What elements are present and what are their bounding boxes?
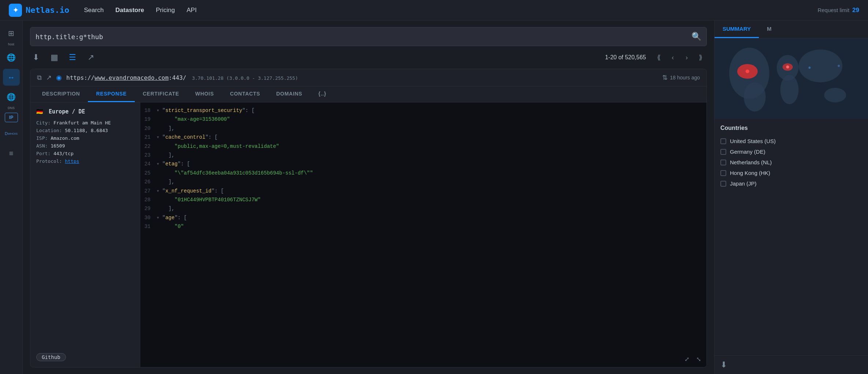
sidebar-item-arrows[interactable]: ↔ <box>3 69 20 86</box>
countries-section: Countries United States (US) Germany (DE… <box>715 119 868 355</box>
right-panel-tabs: SUMMARY M <box>715 20 868 38</box>
left-sidebar: ⊞ host 🌐 ↔ 🌐 DNS IP DWHOIS ≡ <box>0 20 23 374</box>
right-panel: SUMMARY M <box>714 20 868 374</box>
protocol-link[interactable]: https <box>65 158 79 164</box>
map-area <box>715 38 868 119</box>
port-value: 443/tcp <box>53 151 74 156</box>
arrows-icon[interactable]: ↔ <box>3 69 20 86</box>
sidebar-item-ip[interactable]: IP <box>5 113 18 122</box>
city-value: Frankfurt am Main HE <box>53 120 111 126</box>
country-name-hk: Hong Kong (HK) <box>730 170 770 176</box>
code-line-29: 29 ], <box>140 204 706 213</box>
sidebar-item-globe[interactable]: 🌐 <box>3 49 20 66</box>
ip-icon[interactable]: IP <box>5 113 18 122</box>
country-name-jp: Japan (JP) <box>730 180 757 187</box>
rp-tab-m[interactable]: M <box>759 20 780 38</box>
nav-api[interactable]: API <box>186 5 196 15</box>
location-value: 50.1188, 8.6843 <box>65 128 108 133</box>
code-line-25: 25 "\"af54dfc36eeba04a931c053d165b694b-s… <box>140 169 706 177</box>
next-page-button[interactable]: › <box>680 51 693 64</box>
nav-datastore[interactable]: Datastore <box>115 5 144 15</box>
country-checkbox-hk[interactable] <box>720 170 726 176</box>
copy-button[interactable]: ⧉ <box>37 74 42 82</box>
expand-icon[interactable]: ⤢ <box>682 355 691 363</box>
dns-icon[interactable]: 🌐 <box>3 89 20 105</box>
world-map-svg <box>715 38 868 119</box>
globe-icon[interactable]: 🌐 <box>3 49 20 66</box>
barchart-toolbar-icon[interactable]: ▦ <box>48 52 60 63</box>
nav-search[interactable]: Search <box>84 5 104 15</box>
svg-point-5 <box>798 49 842 82</box>
country-checkbox-jp[interactable] <box>720 181 726 187</box>
rp-tab-summary[interactable]: SUMMARY <box>715 20 759 38</box>
tab-certificate[interactable]: CERTIFICATE <box>135 86 187 102</box>
toolbar: ⬇ ▦ ☰ ↗ 1-20 of 520,565 ⟪ ‹ › ⟫ <box>30 51 707 64</box>
country-item-de: Germany (DE) <box>720 146 862 157</box>
tab-response[interactable]: RESPONSE <box>88 86 134 102</box>
list-icon[interactable]: ≡ <box>3 145 20 162</box>
whois-icon[interactable]: DWHOIS <box>3 125 20 142</box>
info-asn: ASN: 16509 <box>36 143 134 149</box>
svg-point-12 <box>838 65 840 67</box>
search-bar: 🔍 <box>30 27 707 46</box>
search-button[interactable]: 🔍 <box>691 32 701 41</box>
sidebar-item-list[interactable]: ≡ <box>3 145 20 162</box>
first-page-button[interactable]: ⟪ <box>653 51 665 64</box>
country-checkbox-us[interactable] <box>720 138 726 144</box>
nav-links: Search Datastore Pricing API <box>84 5 197 15</box>
svg-point-9 <box>746 70 749 73</box>
time-icon: ⇅ <box>662 74 668 82</box>
search-input[interactable] <box>36 33 691 41</box>
tab-description[interactable]: DESCRIPTION <box>34 86 88 102</box>
sidebar-item-dns[interactable]: 🌐 DNS <box>3 89 20 110</box>
url-prefix: https:// <box>66 74 94 81</box>
country-checkbox-nl[interactable] <box>720 160 726 165</box>
status-icon: ◉ <box>56 74 62 82</box>
info-location: Location: 50.1188, 8.6843 <box>36 128 134 133</box>
tab-contacts[interactable]: CONTACTS <box>222 86 268 102</box>
code-line-22: 22 "public,max-age=0,must-revalidate" <box>140 142 706 151</box>
request-limit-area: Request limit 29 <box>817 7 859 14</box>
host-icon[interactable]: ⊞ <box>3 25 20 42</box>
tab-domains[interactable]: DOMAINS <box>268 86 310 102</box>
info-country: 🇩🇪 Europe / DE <box>36 108 134 115</box>
nav-pricing[interactable]: Pricing <box>156 5 175 15</box>
sidebar-item-host[interactable]: ⊞ host <box>3 25 20 46</box>
code-line-26: 26 ], <box>140 177 706 186</box>
result-body: 🇩🇪 Europe / DE City: Frankfurt am Main H… <box>30 102 706 367</box>
last-page-button[interactable]: ⟫ <box>694 51 707 64</box>
list-toolbar-icon[interactable]: ☰ <box>67 52 78 63</box>
result-ip: 3.70.101.28 (3.0.0.0 - 3.127.255.255) <box>192 75 298 81</box>
isp-value: Amazon.com <box>51 135 79 141</box>
main-layout: ⊞ host 🌐 ↔ 🌐 DNS IP DWHOIS ≡ 🔍 <box>0 20 868 374</box>
sidebar-item-whois[interactable]: DWHOIS <box>3 125 20 142</box>
result-tabs: DESCRIPTION RESPONSE CERTIFICATE WHOIS C… <box>30 86 706 102</box>
download-results-button[interactable]: ⬇ <box>720 360 727 370</box>
country-checkbox-de[interactable] <box>720 149 726 155</box>
code-line-24: 24 ▾ "etag": [ <box>140 160 706 168</box>
download-toolbar-icon[interactable]: ⬇ <box>30 52 42 63</box>
tab-json[interactable]: {..} <box>310 86 334 102</box>
url-domain[interactable]: www.evandromacedo.com <box>94 74 168 81</box>
contract-icon[interactable]: ⤡ <box>694 355 703 363</box>
result-timestamp: 18 hours ago <box>670 75 700 81</box>
country-name-us: United States (US) <box>730 138 776 144</box>
code-line-23: 23 ], <box>140 151 706 160</box>
result-header: ⧉ ↗ ◉ https://www.evandromacedo.com:443/… <box>30 69 706 86</box>
open-external-button[interactable]: ↗ <box>46 74 52 82</box>
code-line-28: 28 "01HC449HVPBTP40106TZNCSJ7W" <box>140 195 706 204</box>
code-line-19: 19 "max-age=31536000" <box>140 115 706 124</box>
tag-label[interactable]: Github <box>36 353 66 361</box>
country-item-us: United States (US) <box>720 136 862 146</box>
code-line-21: 21 ▾ "cache_control": [ <box>140 133 706 142</box>
code-line-27: 27 ▾ "x_nf_request_id": [ <box>140 187 706 195</box>
request-limit-label: Request limit <box>817 7 849 13</box>
host-label: host <box>8 42 14 46</box>
prev-page-button[interactable]: ‹ <box>667 51 679 64</box>
logo-icon: ✦ <box>9 4 22 17</box>
code-line-31: 31 "0" <box>140 222 706 231</box>
share-toolbar-icon[interactable]: ↗ <box>85 52 97 63</box>
url-port: :443/ <box>168 74 186 81</box>
tab-whois[interactable]: WHOIS <box>187 86 222 102</box>
code-line-20: 20 ], <box>140 124 706 133</box>
